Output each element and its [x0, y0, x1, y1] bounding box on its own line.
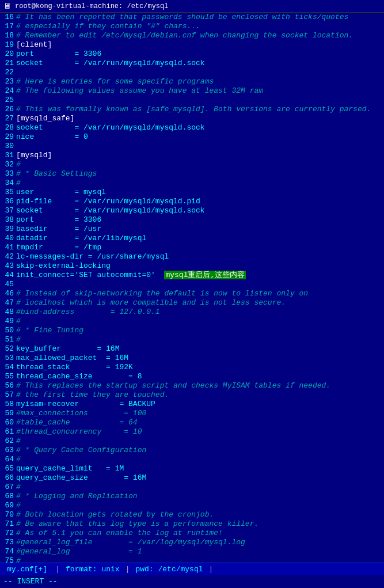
line-content — [16, 142, 384, 151]
line-number: 36 — [0, 197, 16, 206]
line-content — [16, 280, 384, 289]
line: 70# Both location gets rotated by the cr… — [0, 510, 384, 519]
line-content: # — [16, 179, 384, 188]
line-number: 42 — [0, 252, 16, 261]
line: 36pid-file = /var/run/mysqld/mysqld.pid — [0, 197, 384, 206]
line: 16# It has been reported that passwords … — [0, 13, 384, 22]
line: 18# Remember to edit /etc/mysql/debian.c… — [0, 31, 384, 40]
line-number: 16 — [0, 13, 16, 22]
line-content: thread_stack = 192K — [16, 363, 384, 372]
line-number: 66 — [0, 473, 16, 483]
line-content: # Here is entries for some specific prog… — [16, 77, 384, 86]
line: 21socket = /var/run/mysqld/mysqld.sock — [0, 59, 384, 68]
line-number: 29 — [0, 132, 16, 142]
line-number: 34 — [0, 179, 16, 188]
line-number: 48 — [0, 308, 16, 317]
titlebar-title: root@kong-virtual-machine: /etc/mysql — [15, 2, 168, 10]
line: 69# — [0, 501, 384, 510]
editor-area: 16# It has been reported that passwords … — [0, 13, 384, 563]
line: 75# — [0, 556, 384, 563]
line-number: 47 — [0, 298, 16, 308]
line-number: 20 — [0, 50, 16, 59]
line-content: #max_connections = 100 — [16, 409, 384, 418]
line-content: basedir = /usr — [16, 225, 384, 234]
line-content: # localhost which is more compatible and… — [16, 298, 384, 308]
line: 19[client] — [0, 40, 384, 50]
line-number: 74 — [0, 547, 16, 556]
line-number: 19 — [0, 40, 16, 50]
line-content: # the first time they are touched. — [16, 390, 384, 400]
line-number: 26 — [0, 105, 16, 114]
line: 23# Here is entries for some specific pr… — [0, 77, 384, 86]
line-number: 60 — [0, 418, 16, 427]
line: 46# Instead of skip-networking the defau… — [0, 289, 384, 298]
line-number: 72 — [0, 529, 16, 538]
line-number: 40 — [0, 234, 16, 243]
line-number: 27 — [0, 114, 16, 123]
line-content: nice = 0 — [16, 132, 384, 142]
line: 40datadir = /var/lib/mysql — [0, 234, 384, 243]
line-content: port = 3306 — [16, 215, 384, 225]
line: 56# This replaces the startup script and… — [0, 381, 384, 390]
line: 17# especially if they contain "#" chars… — [0, 22, 384, 31]
line-number: 56 — [0, 381, 16, 390]
line-number: 39 — [0, 225, 16, 234]
line-content: #general_log = 1 — [16, 547, 384, 556]
line-content: # It has been reported that passwords sh… — [16, 13, 384, 22]
line-content: # * Basic Settings — [16, 169, 384, 179]
line-number: 65 — [0, 464, 16, 473]
line-content: #bind-address = 127.0.0.1 — [16, 308, 384, 317]
line-number: 73 — [0, 538, 16, 547]
line-content: # especially if they contain "#" chars..… — [16, 22, 384, 31]
line: 45 — [0, 280, 384, 289]
line-number: 41 — [0, 243, 16, 252]
line-content: datadir = /var/lib/mysql — [16, 234, 384, 243]
line: 51# — [0, 335, 384, 344]
line-content: socket = /var/run/mysqld/mysqld.sock — [16, 59, 384, 68]
line: 24# The following values assume you have… — [0, 86, 384, 96]
line-content: #thread_concurrency = 10 — [16, 427, 384, 437]
line-number: 25 — [0, 96, 16, 105]
line-content: # This was formally known as [safe_mysql… — [16, 105, 384, 114]
statusbar-sep3: | — [209, 565, 214, 574]
line-content: # This replaces the startup script and c… — [16, 381, 384, 390]
line-content: # * Query Cache Configuration — [16, 446, 384, 455]
line-content — [16, 68, 384, 77]
line: 68# * Logging and Replication — [0, 492, 384, 501]
line: 49# — [0, 317, 384, 326]
line: 50# * Fine Tuning — [0, 326, 384, 335]
line-content: # The following values assume you have a… — [16, 86, 384, 96]
line-number: 43 — [0, 261, 16, 271]
line: 38port = 3306 — [0, 215, 384, 225]
line: 47# localhost which is more compatible a… — [0, 298, 384, 308]
line: 59#max_connections = 100 — [0, 409, 384, 418]
line: 48#bind-address = 127.0.0.1 — [0, 308, 384, 317]
line-content: socket = /var/run/mysqld/mysqld.sock — [16, 206, 384, 215]
line-content: init_connect='SET autocommit=0' mysql重启后… — [16, 271, 384, 280]
line-content: [mysqld_safe] — [16, 114, 384, 123]
line: 43skip-external-locking — [0, 261, 384, 271]
line-number: 28 — [0, 123, 16, 132]
line-content: # * Logging and Replication — [16, 492, 384, 501]
line: 20port = 3306 — [0, 50, 384, 59]
line: 53max_allowed_packet = 16M — [0, 354, 384, 363]
line-number: 51 — [0, 335, 16, 344]
line-number: 37 — [0, 206, 16, 215]
line-number: 75 — [0, 556, 16, 563]
line-content: # — [16, 437, 384, 446]
line-number: 63 — [0, 446, 16, 455]
line-content: # Instead of skip-networking the default… — [16, 289, 384, 298]
line-number: 33 — [0, 169, 16, 179]
line-content: #table_cache = 64 — [16, 418, 384, 427]
statusbar-format: format: unix — [66, 565, 120, 574]
line-content: pid-file = /var/run/mysqld/mysqld.pid — [16, 197, 384, 206]
line-content: thread_cache_size = 8 — [16, 372, 384, 381]
line: 27[mysqld_safe] — [0, 114, 384, 123]
line-number: 23 — [0, 77, 16, 86]
line-content: query_cache_size = 16M — [16, 473, 384, 483]
line: 28socket = /var/run/mysqld/mysqld.sock — [0, 123, 384, 132]
tab-filename[interactable]: my.cnf[+] — [2, 565, 52, 574]
line-content: port = 3306 — [16, 50, 384, 59]
line-content: #general_log_file = /var/log/mysql/mysql… — [16, 538, 384, 547]
line-number: 61 — [0, 427, 16, 437]
